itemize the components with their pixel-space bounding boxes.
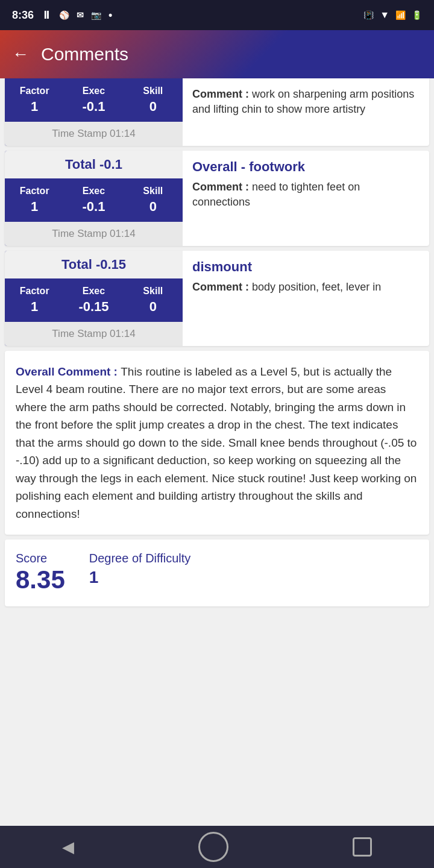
skill-cell-partial: Skill 0 — [124, 78, 183, 122]
skill-label-3: Skill — [128, 286, 178, 297]
score-block: Score 8.35 — [16, 552, 65, 594]
exec-value-partial: -0.1 — [69, 99, 118, 115]
skill-label-2: Skill — [128, 186, 178, 197]
comment-panel-3: dismount Comment : body position, feet, … — [183, 251, 429, 346]
comment-panel-2: Overall - footwork Comment : need to tig… — [183, 151, 429, 246]
exec-label-3: Exec — [69, 286, 118, 297]
overall-label: Overall Comment : — [16, 365, 121, 378]
exec-cell-partial: Exec -0.1 — [64, 78, 123, 122]
comment-card-partial: Factor 1 Exec -0.1 Skill 0 Time Stamp 01… — [5, 78, 429, 146]
overall-body: This routine is labeled as a Level 5, bu… — [16, 365, 417, 520]
factor-label-3: Factor — [10, 286, 59, 297]
exec-cell-2: Exec -0.1 — [64, 178, 123, 222]
skill-cell-2: Skill 0 — [124, 178, 183, 222]
skill-cell-3: Skill 0 — [124, 278, 183, 322]
exec-label: Exec — [69, 86, 118, 96]
dod-block: Degree of Difficulty 1 — [89, 552, 191, 587]
skill-value-2: 0 — [128, 199, 178, 215]
nav-bar: ◀ — [0, 826, 434, 868]
total-row-3: Total -0.15 — [5, 251, 183, 278]
status-bar: 8:36 ⏸ ⚾ ✉ 📷 • 📳 ▼ 📶 🔋 — [0, 0, 434, 30]
factor-row-partial: Factor 1 Exec -0.1 Skill 0 — [5, 78, 183, 122]
comment-label-2: Comment : — [192, 181, 249, 193]
timestamp-partial: Time Stamp 01:14 — [5, 122, 183, 146]
stats-panel-3: Total -0.15 Factor 1 Exec -0.15 Skill 0 … — [5, 251, 183, 346]
signal-icon: 📶 — [395, 10, 406, 20]
comment-text-partial: Comment : work on sharpening arm positio… — [192, 87, 420, 117]
dod-value: 1 — [89, 568, 191, 587]
wifi-icon: ▼ — [380, 10, 389, 20]
battery-icon: 🔋 — [412, 10, 422, 20]
factor-value-2: 1 — [10, 199, 59, 215]
gmail-icon: ✉ — [77, 10, 84, 20]
dot-icon: • — [108, 9, 112, 22]
status-time: 8:36 — [12, 9, 34, 22]
comment-panel-partial: Comment : work on sharpening arm positio… — [183, 78, 429, 146]
skill-label: Skill — [128, 86, 178, 96]
skill-value-3: 0 — [128, 299, 178, 315]
status-right: 📳 ▼ 📶 🔋 — [363, 10, 422, 20]
nav-home-button[interactable] — [198, 832, 228, 862]
skill-title-2: Overall - footwork — [192, 159, 420, 175]
status-left: 8:36 ⏸ ⚾ ✉ 📷 • — [12, 9, 112, 22]
nav-back-button[interactable]: ◀ — [62, 838, 74, 857]
comment-label-3: Comment : — [192, 281, 249, 293]
factor-row-3: Factor 1 Exec -0.15 Skill 0 — [5, 278, 183, 322]
instagram-icon: 📷 — [91, 10, 101, 20]
factor-label: Factor — [10, 86, 59, 96]
exec-value-3: -0.15 — [69, 299, 118, 315]
comment-text-3: Comment : body position, feet, lever in — [192, 280, 420, 295]
factor-value-3: 1 — [10, 299, 59, 315]
comment-body-3: body position, feet, lever in — [252, 281, 381, 293]
factor-cell-partial: Factor 1 — [5, 78, 64, 122]
header: ← Comments — [0, 30, 434, 78]
overall-section: Overall Comment : This routine is labele… — [5, 351, 429, 535]
comment-card-2: Total -0.1 Factor 1 Exec -0.1 Skill 0 Ti… — [5, 151, 429, 246]
factor-cell-2: Factor 1 — [5, 178, 64, 222]
stats-panel-2: Total -0.1 Factor 1 Exec -0.1 Skill 0 Ti… — [5, 151, 183, 246]
vibrate-icon: 📳 — [363, 10, 374, 20]
score-value: 8.35 — [16, 565, 65, 594]
header-title: Comments — [41, 44, 128, 64]
stats-panel-partial: Factor 1 Exec -0.1 Skill 0 Time Stamp 01… — [5, 78, 183, 146]
exec-value-2: -0.1 — [69, 199, 118, 215]
score-section: Score 8.35 Degree of Difficulty 1 — [5, 539, 429, 606]
dod-label: Degree of Difficulty — [89, 552, 191, 565]
comment-label-partial: Comment : — [192, 88, 249, 100]
exec-label-2: Exec — [69, 186, 118, 197]
pause-icon: ⏸ — [41, 9, 52, 22]
total-row-2: Total -0.1 — [5, 151, 183, 178]
overall-text: Overall Comment : This routine is labele… — [16, 363, 418, 523]
exec-cell-3: Exec -0.15 — [64, 278, 123, 322]
timestamp-2: Time Stamp 01:14 — [5, 222, 183, 246]
factor-label-2: Factor — [10, 186, 59, 197]
nav-recents-button[interactable] — [353, 837, 372, 857]
skill-value-partial: 0 — [128, 99, 178, 115]
factor-value-partial: 1 — [10, 99, 59, 115]
comment-text-2: Comment : need to tighten feet on connec… — [192, 180, 420, 210]
factor-row-2: Factor 1 Exec -0.1 Skill 0 — [5, 178, 183, 222]
comment-card-3: Total -0.15 Factor 1 Exec -0.15 Skill 0 … — [5, 251, 429, 346]
factor-cell-3: Factor 1 — [5, 278, 64, 322]
back-button[interactable]: ← — [12, 45, 29, 64]
score-label: Score — [16, 552, 65, 565]
skill-title-3: dismount — [192, 259, 420, 275]
mlb-icon: ⚾ — [59, 10, 69, 20]
timestamp-3: Time Stamp 01:14 — [5, 322, 183, 346]
